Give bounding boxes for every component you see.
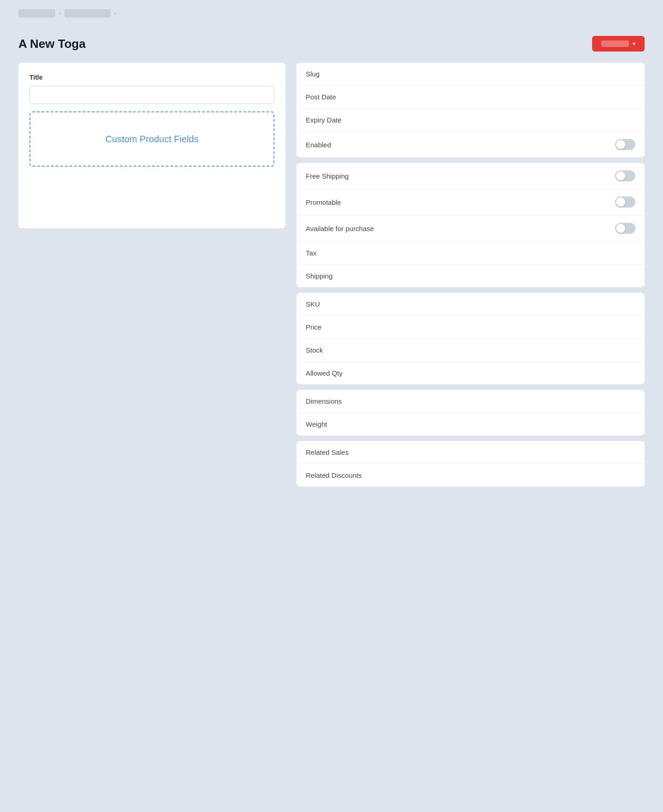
breadcrumb-chevron-2: › (114, 10, 116, 17)
enabled-toggle[interactable] (615, 139, 635, 150)
sidebar-item-price[interactable]: Price (297, 316, 645, 339)
title-input[interactable] (29, 86, 274, 104)
breadcrumb-item-1[interactable] (18, 9, 55, 17)
breadcrumb-chevron-1: › (59, 10, 61, 17)
sidebar-item-related-sales-label: Related Sales (306, 448, 349, 456)
sidebar-item-allowed-qty[interactable]: Allowed Qty (297, 362, 645, 384)
sidebar-card-2: Free Shipping Promotable Available for p… (297, 163, 645, 287)
sidebar-item-free-shipping[interactable]: Free Shipping (297, 163, 645, 189)
sidebar-item-weight-label: Weight (306, 420, 327, 428)
content-layout: Title Custom Product Fields Slug Post Da… (18, 63, 645, 487)
sidebar-item-available-for-purchase[interactable]: Available for purchase (297, 215, 645, 242)
sidebar-item-shipping[interactable]: Shipping (297, 265, 645, 287)
sidebar-item-dimensions[interactable]: Dimensions (297, 390, 645, 413)
promotable-toggle[interactable] (615, 197, 635, 208)
breadcrumb-bar: › › (0, 0, 663, 27)
sidebar-item-expiry-date-label: Expiry Date (306, 116, 342, 124)
sidebar-card-5: Related Sales Related Discounts (297, 441, 645, 487)
save-button[interactable]: ▾ (592, 36, 645, 52)
right-panel: Slug Post Date Expiry Date Enabled Free … (297, 63, 645, 487)
sidebar-item-free-shipping-label: Free Shipping (306, 172, 349, 180)
sidebar-item-enabled-label: Enabled (306, 141, 331, 149)
sidebar-item-expiry-date[interactable]: Expiry Date (297, 109, 645, 132)
page-container: A New Toga ▾ Title Custom Product Fields… (0, 27, 663, 496)
sidebar-item-tax-label: Tax (306, 249, 316, 257)
breadcrumb-item-2[interactable] (64, 9, 110, 17)
sidebar-item-sku-label: SKU (306, 300, 320, 308)
title-label: Title (29, 74, 274, 81)
sidebar-item-promotable-label: Promotable (306, 198, 341, 206)
available-for-purchase-toggle[interactable] (615, 223, 635, 234)
sidebar-item-stock-label: Stock (306, 346, 323, 354)
sidebar-card-4: Dimensions Weight (297, 390, 645, 435)
sidebar-item-related-discounts[interactable]: Related Discounts (297, 464, 645, 487)
sidebar-item-tax[interactable]: Tax (297, 242, 645, 265)
sidebar-item-shipping-label: Shipping (306, 272, 332, 280)
sidebar-item-enabled[interactable]: Enabled (297, 132, 645, 157)
custom-fields-text: Custom Product Fields (105, 134, 198, 145)
sidebar-item-available-for-purchase-label: Available for purchase (306, 225, 374, 232)
sidebar-item-allowed-qty-label: Allowed Qty (306, 369, 343, 377)
sidebar-item-post-date[interactable]: Post Date (297, 86, 645, 109)
sidebar-item-stock[interactable]: Stock (297, 339, 645, 362)
sidebar-item-price-label: Price (306, 323, 321, 331)
sidebar-item-slug[interactable]: Slug (297, 63, 645, 86)
sidebar-item-related-discounts-label: Related Discounts (306, 471, 362, 479)
left-panel: Title Custom Product Fields (18, 63, 285, 228)
sidebar-item-sku[interactable]: SKU (297, 293, 645, 316)
chevron-down-icon: ▾ (633, 41, 635, 47)
sidebar-card-3: SKU Price Stock Allowed Qty (297, 293, 645, 384)
save-button-text-placeholder (601, 41, 629, 47)
custom-fields-placeholder[interactable]: Custom Product Fields (29, 111, 274, 167)
sidebar-item-related-sales[interactable]: Related Sales (297, 441, 645, 464)
sidebar-item-weight[interactable]: Weight (297, 413, 645, 435)
page-header: A New Toga ▾ (18, 36, 645, 52)
sidebar-item-slug-label: Slug (306, 70, 320, 78)
sidebar-card-1: Slug Post Date Expiry Date Enabled (297, 63, 645, 157)
sidebar-item-post-date-label: Post Date (306, 93, 336, 101)
sidebar-item-promotable[interactable]: Promotable (297, 189, 645, 215)
free-shipping-toggle[interactable] (615, 170, 635, 181)
sidebar-item-dimensions-label: Dimensions (306, 397, 342, 405)
page-title: A New Toga (18, 37, 86, 51)
